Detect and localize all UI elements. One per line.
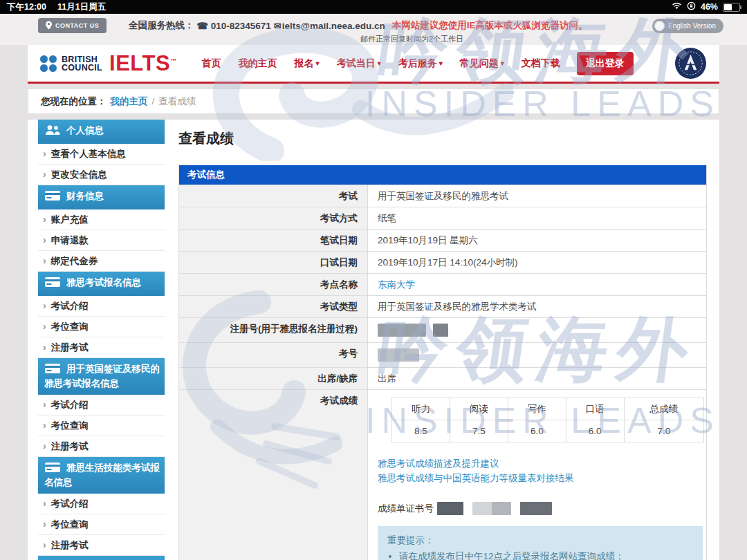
sidebar-section-life-skills-registration[interactable]: 雅思生活技能类考试报名信息	[38, 457, 165, 494]
chevron-right-icon: ›	[43, 440, 46, 452]
sidebar-section-title: 用于英国签证及移民的雅思考试报名信息	[44, 364, 160, 389]
row-value: 出席	[368, 368, 706, 389]
globe-icon	[654, 21, 665, 31]
sidebar-item-exam-intro[interactable]: ›考试介绍	[38, 395, 165, 416]
redacted-value	[378, 348, 419, 362]
hotline-phone: 010-82345671	[211, 21, 271, 31]
cse-mapping-link[interactable]: 雅思考试成绩与中国英语能力等级量表对接结果	[378, 471, 704, 485]
wifi-icon	[672, 2, 682, 12]
sidebar-item-seat-query[interactable]: ›考位查询	[38, 317, 165, 337]
sidebar-item-bind-voucher[interactable]: ›绑定代金券	[38, 251, 165, 272]
sidebar-item-register-exam[interactable]: ›注册考试	[38, 436, 165, 457]
chevron-right-icon: ›	[43, 214, 46, 225]
breadcrumb-prefix: 您现在的位置：	[41, 95, 107, 108]
redacted-value	[520, 502, 552, 515]
table-row: 出席/缺席 出席	[179, 367, 706, 389]
score-header-writing: 写作	[508, 398, 566, 420]
score-header-listening: 听力	[392, 398, 450, 420]
sidebar-item-register-exam[interactable]: ›注册考试	[38, 337, 165, 358]
chevron-right-icon: ›	[43, 321, 46, 333]
page-title: 查看成绩	[178, 129, 707, 148]
notice-title: 重要提示：	[387, 533, 693, 548]
english-version-label: English Version	[668, 22, 716, 30]
notice-item: 请在成绩发布日中午12点之后登录报名网站查询成绩；	[399, 549, 693, 560]
score-description-link[interactable]: 雅思考试成绩描述及提升建议	[378, 456, 704, 471]
row-value: 2019年10月19日 星期六	[368, 230, 706, 251]
sidebar-item-change-security-info[interactable]: ›更改安全信息	[38, 165, 165, 185]
row-label: 出席/缺席	[179, 368, 368, 389]
sidebar-section-personal-info[interactable]: 个人信息	[38, 120, 165, 144]
sidebar-item-exam-intro[interactable]: ›考试介绍	[38, 494, 165, 514]
table-row: 考点名称 东南大学	[179, 273, 706, 295]
score-header-speaking: 口语	[566, 398, 624, 420]
chevron-down-icon: ▾	[316, 59, 320, 67]
english-version-button[interactable]: English Version	[652, 19, 723, 33]
sidebar-section-finance-info[interactable]: 财务信息	[38, 185, 165, 209]
score-speaking: 6.0	[566, 420, 624, 442]
nav-test-day[interactable]: 考试当日▾	[337, 57, 381, 70]
chevron-right-icon: ›	[43, 519, 46, 530]
score-table: 听力 阅读 写作 口语 总成绩 8.5 7.5 6.0 6.0 7.0	[391, 398, 704, 442]
sidebar: 个人信息 ›查看个人基本信息 ›更改安全信息 财务信息 ›账户充值 ›申请退款 …	[38, 120, 165, 560]
redacted-value	[378, 324, 426, 337]
main-area: 查看成绩 考试信息 考试 用于英国签证及移民的雅思考试 考试方式 纸笔 笔试日期…	[178, 120, 707, 560]
important-notice-box: 重要提示： 请在成绩发布日中午12点之后登录报名网站查询成绩； 成绩单将于笔试后…	[378, 526, 703, 560]
service-bar: CONTACT US 全国服务热线： ☎ 010-82345671 ✉ ielt…	[0, 14, 747, 45]
sidebar-section-title: 雅思考试报名信息	[66, 277, 141, 288]
breadcrumb-current: 查看成绩	[158, 95, 196, 108]
test-centre-link[interactable]: 东南大学	[378, 279, 415, 290]
chevron-right-icon: ›	[43, 148, 46, 160]
row-label: 考试方式	[179, 207, 368, 229]
score-header-reading: 阅读	[450, 398, 508, 420]
chevron-right-icon: ›	[43, 342, 46, 353]
contact-us-label: CONTACT US	[55, 22, 99, 29]
british-council-logo-text: BRITISHCOUNCIL	[62, 55, 102, 72]
breadcrumb-my-home-link[interactable]: 我的主页	[111, 95, 148, 108]
nav-post-test[interactable]: 考后服务▾	[398, 57, 443, 70]
sidebar-item-account-recharge[interactable]: ›账户充值	[38, 209, 165, 230]
exam-info-header: 考试信息	[179, 165, 706, 185]
table-row: 口试日期 2019年10月17日 14:10(24小时制)	[179, 251, 706, 273]
logout-button[interactable]: 退出登录	[577, 52, 634, 75]
contact-email-link[interactable]: ielts@mail.neea.edu.cn	[282, 21, 385, 31]
main-nav: 首页 我的主页 报名▾ 考试当日▾ 考后服务▾ 常见问题▾ 文档下载	[202, 57, 560, 70]
hotline-label: 全国服务热线：	[129, 19, 194, 32]
map-pin-icon	[46, 21, 52, 31]
sidebar-item-seat-query[interactable]: ›考位查询	[38, 514, 165, 535]
sidebar-item-seat-query[interactable]: ›考位查询	[38, 416, 165, 436]
redacted-value	[437, 502, 463, 515]
score-overall: 7.0	[624, 420, 703, 442]
sidebar-section-partial[interactable]	[38, 556, 165, 560]
sidebar-item-register-exam[interactable]: ›注册考试	[38, 535, 165, 556]
nav-register[interactable]: 报名▾	[295, 57, 320, 70]
nav-faq[interactable]: 常见问题▾	[460, 57, 504, 70]
row-value-redacted	[368, 343, 706, 367]
redacted-value	[433, 324, 448, 337]
sidebar-item-apply-refund[interactable]: ›申请退款	[38, 230, 165, 251]
sidebar-section-title: 雅思生活技能类考试报名信息	[44, 463, 160, 487]
row-label: 口试日期	[179, 252, 368, 273]
nav-downloads[interactable]: 文档下载	[522, 57, 560, 70]
nav-home[interactable]: 首页	[202, 57, 221, 70]
row-label: 考点名称	[179, 274, 368, 295]
sidebar-item-view-basic-info[interactable]: ›查看个人基本信息	[38, 144, 165, 165]
row-value: 纸笔	[368, 207, 706, 229]
exam-info-table: 考试信息 考试 用于英国签证及移民的雅思考试 考试方式 纸笔 笔试日期 2019…	[178, 165, 707, 560]
sidebar-item-exam-intro[interactable]: ›考试介绍	[38, 296, 165, 317]
browser-warning: 本网站建议您使用IE高版本或火狐浏览器访问。	[392, 19, 588, 32]
score-writing: 6.0	[508, 420, 566, 442]
sidebar-section-ukvi-registration[interactable]: 用于英国签证及移民的雅思考试报名信息	[38, 358, 165, 395]
card-icon	[44, 190, 61, 205]
row-value: 2019年10月17日 14:10(24小时制)	[368, 252, 706, 273]
sidebar-section-ielts-registration[interactable]: 雅思考试报名信息	[38, 272, 165, 296]
redacted-value	[472, 502, 511, 515]
nav-my-home[interactable]: 我的主页	[239, 57, 277, 70]
table-row-scores: 考试成绩 听力 阅读 写作 口语 总成绩 8.5 7.5	[179, 389, 706, 560]
certificate-line: 成绩单证书号	[378, 502, 704, 515]
site-header: BRITISHCOUNCIL IELTS™ 首页 我的主页 报名▾ 考试当日▾ …	[28, 45, 719, 84]
contact-us-button[interactable]: CONTACT US	[38, 18, 107, 33]
chevron-down-icon: ▾	[378, 59, 381, 67]
scores-cell: 听力 阅读 写作 口语 总成绩 8.5 7.5 6.0 6.0 7.0	[368, 390, 710, 560]
battery-percent: 46%	[701, 2, 718, 12]
table-row: 考试方式 纸笔	[179, 207, 706, 229]
